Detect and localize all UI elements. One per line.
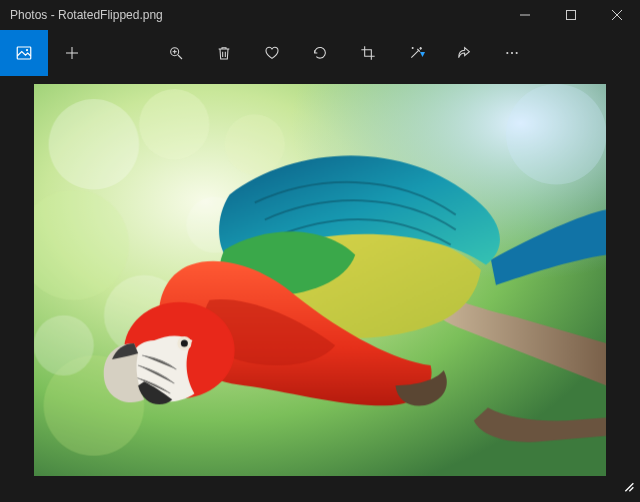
svg-point-24 [225, 114, 285, 174]
svg-point-14 [506, 52, 508, 54]
rotate-button[interactable] [296, 30, 344, 76]
more-button[interactable] [488, 30, 536, 76]
window-title: Photos - RotatedFlipped.png [0, 8, 163, 22]
crop-icon [360, 45, 376, 61]
share-icon [456, 45, 472, 61]
photos-app-window: Photos - RotatedFlipped.png [0, 0, 640, 502]
add-button[interactable] [48, 30, 96, 76]
zoom-icon [168, 45, 184, 61]
heart-icon [264, 45, 280, 61]
delete-button[interactable] [200, 30, 248, 76]
view-photo-tab[interactable] [0, 30, 48, 76]
zoom-button[interactable] [152, 30, 200, 76]
favorite-button[interactable] [248, 30, 296, 76]
svg-point-25 [506, 84, 606, 185]
svg-point-19 [49, 99, 139, 189]
plus-icon [64, 45, 80, 61]
svg-point-15 [511, 52, 513, 54]
svg-rect-1 [567, 11, 576, 20]
svg-point-26 [34, 315, 94, 375]
svg-point-20 [139, 89, 209, 159]
rotate-icon [312, 45, 328, 61]
crop-button[interactable] [344, 30, 392, 76]
svg-point-16 [516, 52, 518, 54]
svg-point-5 [26, 49, 28, 51]
trash-icon [216, 45, 232, 61]
share-button[interactable] [440, 30, 488, 76]
edit-create-button[interactable]: ▾ [392, 30, 440, 76]
chevron-down-icon: ▾ [420, 48, 425, 59]
maximize-button[interactable] [548, 0, 594, 30]
photo-canvas[interactable] [34, 84, 606, 476]
svg-line-9 [178, 55, 182, 59]
svg-point-31 [181, 340, 188, 347]
viewer-area[interactable] [0, 76, 640, 502]
close-button[interactable] [594, 0, 640, 30]
minimize-button[interactable] [502, 0, 548, 30]
resize-handle-icon[interactable] [620, 478, 636, 498]
toolbar: ▾ [0, 30, 640, 76]
title-bar[interactable]: Photos - RotatedFlipped.png [0, 0, 640, 30]
picture-icon [15, 44, 33, 62]
ellipsis-icon [504, 45, 520, 61]
window-controls [502, 0, 640, 30]
